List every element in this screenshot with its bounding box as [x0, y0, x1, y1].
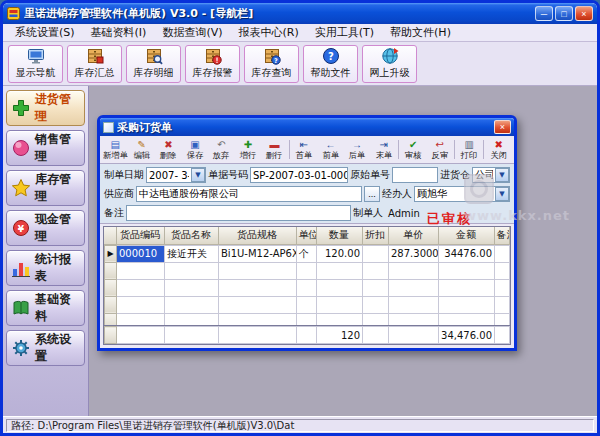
column-header-6[interactable]: 折扣 — [362, 227, 388, 244]
column-header-9[interactable]: 备注 — [494, 227, 510, 244]
orig-no-field[interactable] — [392, 167, 438, 183]
supplier-field[interactable]: 中达电通股份有限公司 — [136, 186, 362, 202]
cell[interactable] — [117, 262, 165, 279]
dialog-toolbar-button-10[interactable]: →后单 — [344, 137, 371, 162]
sidebar-item-5[interactable]: 统计报表 — [6, 250, 85, 286]
cell[interactable] — [165, 279, 219, 296]
cell[interactable] — [439, 262, 495, 279]
dialog-toolbar-button-3[interactable]: ✖删除 — [155, 137, 182, 162]
cell[interactable] — [219, 313, 297, 325]
table-row-empty[interactable] — [105, 262, 510, 279]
cell[interactable] — [317, 262, 363, 279]
dialog-toolbar-button-5[interactable]: ↶放弃 — [208, 137, 235, 162]
column-header-8[interactable]: 金额 — [438, 227, 494, 244]
cell[interactable] — [117, 313, 165, 325]
menu-item-6[interactable]: 帮助文件(H) — [382, 24, 459, 41]
cell[interactable] — [363, 296, 389, 313]
sidebar-item-3[interactable]: 库存管理 — [6, 170, 85, 206]
toolbar-button-6[interactable]: ?帮助文件 — [303, 45, 358, 83]
dialog-close-button[interactable]: × — [494, 120, 511, 134]
sidebar-item-2[interactable]: 销售管理 — [6, 130, 85, 166]
cell[interactable] — [219, 296, 297, 313]
table-row-empty[interactable] — [105, 296, 510, 313]
cell[interactable] — [297, 262, 317, 279]
toolbar-button-3[interactable]: 库存明细 — [126, 45, 181, 83]
cell[interactable]: 个 — [297, 245, 317, 262]
dialog-toolbar-button-11[interactable]: ⇥末单 — [370, 137, 397, 162]
cell[interactable] — [165, 296, 219, 313]
cell[interactable] — [495, 296, 510, 313]
title-bar[interactable]: 里诺进销存管理软件(单机版) V3.0 - [导航栏] ─ □ × — [3, 3, 597, 24]
cell[interactable] — [117, 279, 165, 296]
dialog-toolbar-button-9[interactable]: ←前单 — [317, 137, 344, 162]
date-field[interactable]: 2007- 3- 1 ▼ — [146, 167, 206, 183]
table-row-empty[interactable] — [105, 279, 510, 296]
cell[interactable]: 000010 — [117, 245, 165, 262]
chevron-down-icon[interactable]: ▼ — [495, 187, 509, 201]
agent-field[interactable]: 顾旭华 ▼ — [414, 186, 510, 202]
remark-field[interactable] — [126, 205, 351, 221]
dialog-toolbar-button-7[interactable]: ▬删行 — [261, 137, 288, 162]
toolbar-button-5[interactable]: ?库存查询 — [244, 45, 299, 83]
cell[interactable] — [389, 279, 439, 296]
cell[interactable] — [363, 313, 389, 325]
cell[interactable] — [389, 262, 439, 279]
chevron-down-icon[interactable]: ▼ — [191, 168, 205, 182]
cell[interactable] — [495, 279, 510, 296]
cell[interactable] — [297, 313, 317, 325]
menu-item-2[interactable]: 基础资料(I) — [83, 24, 155, 41]
sidebar-item-4[interactable]: ¥现金管理 — [6, 210, 85, 246]
dialog-toolbar-button-8[interactable]: ⇤首单 — [291, 137, 318, 162]
cell[interactable] — [363, 279, 389, 296]
cell[interactable] — [317, 313, 363, 325]
cell[interactable] — [495, 262, 510, 279]
column-header-4[interactable]: 单位 — [296, 227, 316, 244]
table-row-empty[interactable] — [105, 313, 510, 325]
column-header-5[interactable]: 数量 — [316, 227, 362, 244]
cell[interactable] — [297, 279, 317, 296]
cell[interactable] — [219, 279, 297, 296]
dialog-toolbar-button-2[interactable]: ✎编辑 — [129, 137, 156, 162]
cell[interactable]: 34476.00 — [439, 245, 495, 262]
sidebar-item-6[interactable]: 基础资料 — [6, 290, 85, 326]
cell[interactable] — [165, 262, 219, 279]
cell[interactable] — [117, 296, 165, 313]
cell[interactable] — [165, 313, 219, 325]
cell[interactable] — [389, 296, 439, 313]
toolbar-button-1[interactable]: 显示导航 — [8, 45, 63, 83]
grid-body[interactable]: ▶000010接近开关Bi1U-M12-AP6X-H个120.00 287.30… — [104, 245, 510, 326]
dialog-title-bar[interactable]: 采购订货单 × — [100, 118, 514, 136]
cell[interactable] — [297, 296, 317, 313]
dialog-toolbar-button-13[interactable]: ↩反审 — [426, 137, 453, 162]
close-button[interactable]: × — [575, 6, 593, 21]
cell[interactable] — [389, 313, 439, 325]
supplier-browse-button[interactable]: ... — [364, 186, 380, 202]
table-row[interactable]: ▶000010接近开关Bi1U-M12-AP6X-H个120.00 287.30… — [105, 245, 510, 262]
cell[interactable] — [363, 245, 389, 262]
sidebar-item-1[interactable]: 进货管理 — [6, 90, 85, 126]
doc-no-field[interactable]: SP-2007-03-01-0001 — [250, 167, 348, 183]
maximize-button[interactable]: □ — [555, 6, 573, 21]
dialog-toolbar-button-6[interactable]: ✚增行 — [235, 137, 262, 162]
cell[interactable] — [439, 279, 495, 296]
cell[interactable] — [363, 262, 389, 279]
column-header-2[interactable]: 货品名称 — [164, 227, 218, 244]
toolbar-button-7[interactable]: 网上升级 — [362, 45, 417, 83]
minimize-button[interactable]: ─ — [535, 6, 553, 21]
column-header-7[interactable]: 单价 — [388, 227, 438, 244]
sidebar-item-7[interactable]: 系统设置 — [6, 330, 85, 366]
menu-item-3[interactable]: 数据查询(V) — [154, 24, 230, 41]
dialog-toolbar-button-15[interactable]: ✖关闭 — [485, 137, 512, 162]
menu-item-4[interactable]: 报表中心(R) — [231, 24, 307, 41]
cell[interactable]: 接近开关 — [165, 245, 219, 262]
cell[interactable] — [495, 245, 510, 262]
dialog-toolbar-button-14[interactable]: ▥打印 — [456, 137, 483, 162]
cell[interactable]: 120.00 — [317, 245, 363, 262]
dialog-toolbar-button-4[interactable]: ▣保存 — [182, 137, 209, 162]
chevron-down-icon[interactable]: ▼ — [495, 168, 509, 182]
toolbar-button-4[interactable]: 库存报警 — [185, 45, 240, 83]
cell[interactable] — [439, 296, 495, 313]
cell[interactable]: 287.3000 — [389, 245, 439, 262]
menu-item-1[interactable]: 系统设置(S) — [7, 24, 83, 41]
cell[interactable] — [219, 262, 297, 279]
